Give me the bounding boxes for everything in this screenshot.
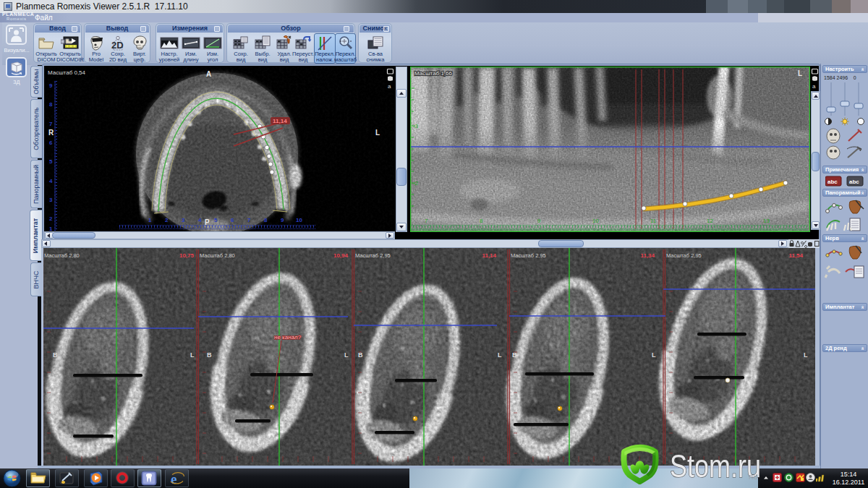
svg-text:L: L <box>652 351 656 359</box>
svg-text:B: B <box>665 351 671 359</box>
svg-text:7: 7 <box>247 217 251 223</box>
svg-text:A: A <box>206 70 211 78</box>
svg-text:2D: 2D <box>111 40 124 51</box>
svg-text:8: 8 <box>264 217 268 223</box>
svg-text:Масштаб 2,95: Масштаб 2,95 <box>666 252 702 259</box>
svg-text:B: B <box>53 351 58 359</box>
svg-text:5: 5 <box>214 217 218 223</box>
svg-text:RU: RU <box>749 474 758 481</box>
svg-text:abc: abc <box>849 179 859 185</box>
svg-text:3: 3 <box>182 217 185 223</box>
svg-text:4: 4 <box>198 217 202 223</box>
svg-text:12: 12 <box>707 218 713 224</box>
svg-text:10,94: 10,94 <box>333 252 349 259</box>
svg-text:11,34: 11,34 <box>640 252 655 259</box>
svg-text:9: 9 <box>49 82 53 89</box>
svg-text:7: 7 <box>49 121 53 127</box>
svg-text:L: L <box>804 351 808 359</box>
svg-text:6: 6 <box>231 217 234 223</box>
svg-text:L: L <box>344 351 349 359</box>
svg-text:11,54: 11,54 <box>788 252 803 259</box>
svg-text:10: 10 <box>296 217 302 223</box>
svg-text:a: a <box>812 83 816 90</box>
svg-text:B: B <box>207 351 212 359</box>
svg-text:2: 2 <box>49 215 53 222</box>
svg-text:Масштаб 1,66: Масштаб 1,66 <box>414 70 453 77</box>
svg-text:Масштаб 2,80: Масштаб 2,80 <box>44 252 80 259</box>
svg-text:11,14: 11,14 <box>273 118 287 124</box>
svg-text:10,75: 10,75 <box>179 252 195 259</box>
svg-text:1: 1 <box>49 226 53 231</box>
svg-text:a: a <box>388 83 391 90</box>
svg-text:4: 4 <box>49 178 53 184</box>
svg-text:L: L <box>498 351 502 359</box>
svg-text:Stom.ru: Stom.ru <box>670 448 761 484</box>
svg-text:9: 9 <box>281 217 284 223</box>
svg-text:7: 7 <box>425 218 428 224</box>
svg-text:9: 9 <box>537 218 541 224</box>
svg-text:B: B <box>512 351 517 359</box>
svg-text:R: R <box>48 129 54 137</box>
svg-text:2: 2 <box>165 217 169 223</box>
svg-text:L: L <box>798 69 802 77</box>
svg-text:11,14: 11,14 <box>482 252 496 259</box>
svg-text:8: 8 <box>49 101 53 108</box>
svg-text:abc: abc <box>827 179 838 185</box>
svg-text:1: 1 <box>148 217 152 223</box>
svg-text:L: L <box>375 129 380 137</box>
svg-text:Масштаб 2,95: Масштаб 2,95 <box>511 252 546 259</box>
svg-text:L: L <box>190 351 195 359</box>
svg-text:Масштаб 0,54: Масштаб 0,54 <box>48 69 86 76</box>
svg-text:5: 5 <box>49 158 53 165</box>
svg-text:13: 13 <box>763 218 770 224</box>
svg-text:Масштаб 2,95: Масштаб 2,95 <box>355 252 391 259</box>
svg-text:не канал?: не канал? <box>274 334 302 341</box>
svg-text:11: 11 <box>650 218 657 224</box>
svg-text:10: 10 <box>592 218 599 224</box>
svg-text:6: 6 <box>49 140 53 146</box>
svg-text:3: 3 <box>49 197 53 203</box>
svg-text:8: 8 <box>480 218 483 224</box>
svg-text:Масштаб 2,80: Масштаб 2,80 <box>200 252 235 259</box>
svg-text:B: B <box>358 351 363 359</box>
